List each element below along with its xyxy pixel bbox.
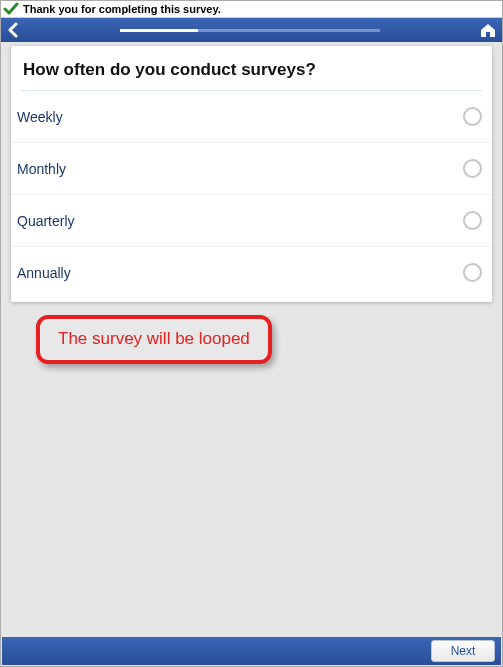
progress-bar [25, 29, 474, 32]
option-label: Weekly [17, 109, 63, 125]
check-icon [3, 2, 19, 16]
question-text: How often do you conduct surveys? [11, 46, 492, 90]
notification-text: Thank you for completing this survey. [23, 3, 221, 15]
back-button[interactable] [1, 18, 25, 42]
annotation-callout: The survey will be looped [36, 315, 272, 364]
home-icon [479, 22, 497, 38]
option-monthly[interactable]: Monthly [11, 143, 492, 195]
radio-icon [463, 211, 482, 230]
option-quarterly[interactable]: Quarterly [11, 195, 492, 247]
chevron-left-icon [7, 22, 19, 38]
top-bar [1, 18, 502, 42]
next-button[interactable]: Next [431, 640, 495, 662]
progress-fill [120, 29, 198, 32]
radio-icon [463, 263, 482, 282]
survey-card: How often do you conduct surveys? Weekly… [11, 46, 492, 302]
radio-icon [463, 159, 482, 178]
bottom-bar: Next [2, 637, 501, 665]
option-annually[interactable]: Annually [11, 247, 492, 298]
annotation-text: The survey will be looped [58, 329, 250, 348]
option-weekly[interactable]: Weekly [11, 91, 492, 143]
radio-icon [463, 107, 482, 126]
option-label: Monthly [17, 161, 66, 177]
notification-bar: Thank you for completing this survey. [1, 1, 502, 18]
option-label: Annually [17, 265, 71, 281]
home-button[interactable] [474, 18, 502, 42]
option-label: Quarterly [17, 213, 75, 229]
